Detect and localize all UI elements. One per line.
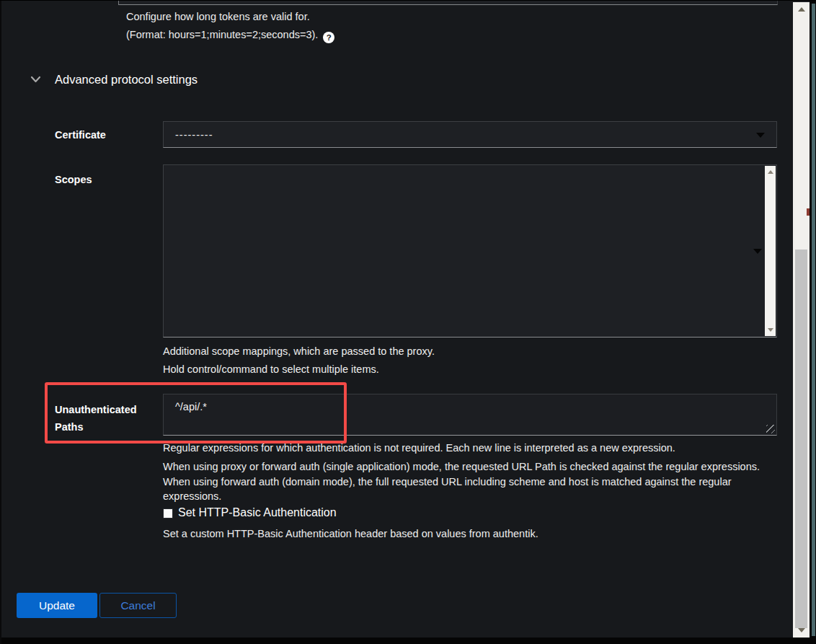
- chevron-down-icon[interactable]: [30, 75, 41, 84]
- select-caret-icon: [753, 249, 762, 254]
- window-left-edge: [0, 1, 1, 644]
- basic-auth-checkbox[interactable]: [163, 508, 173, 519]
- token-validity-help-line1: Configure how long tokens are valid for.: [126, 11, 310, 22]
- textarea-resize-grip-icon[interactable]: [766, 425, 775, 433]
- unauthenticated-paths-textarea[interactable]: ^/api/.*: [163, 394, 777, 436]
- certificate-label: Certificate: [55, 129, 106, 141]
- token-validity-input-partial[interactable]: [118, 1, 778, 5]
- scopes-multiselect[interactable]: [163, 164, 777, 338]
- basic-auth-help: Set a custom HTTP-Basic Authentication h…: [163, 528, 538, 539]
- scopes-scrollbar[interactable]: [765, 166, 776, 336]
- basic-auth-label[interactable]: Set HTTP-Basic Authentication: [178, 506, 337, 519]
- window-bottom-edge: [0, 638, 816, 644]
- page-scrollbar[interactable]: [793, 2, 810, 638]
- question-circle-icon[interactable]: ?: [323, 32, 334, 43]
- certificate-selected-value: ---------: [175, 129, 213, 141]
- scroll-down-icon[interactable]: [768, 328, 773, 332]
- proxy-provider-settings-page: Configure how long tokens are valid for.…: [0, 0, 816, 644]
- scroll-up-icon[interactable]: [798, 7, 805, 12]
- unauthenticated-paths-help-line1: Regular expressions for which authentica…: [163, 442, 675, 454]
- page-scrollbar-thumb[interactable]: [795, 250, 807, 628]
- token-validity-help-line2: (Format: hours=1;minutes=2;seconds=3).?: [126, 29, 334, 43]
- scopes-help-line2: Hold control/command to select multiple …: [163, 363, 379, 375]
- scopes-label: Scopes: [55, 174, 92, 185]
- scopes-help-line1: Additional scope mappings, which are pas…: [163, 345, 435, 357]
- certificate-select[interactable]: ---------: [163, 121, 777, 148]
- cancel-button[interactable]: Cancel: [99, 593, 177, 618]
- scroll-down-icon[interactable]: [798, 628, 805, 632]
- window-edge: [812, 4, 815, 636]
- scrollbar-marker: [807, 208, 810, 216]
- unauthenticated-paths-help-line2: When using proxy or forward auth (single…: [163, 459, 777, 504]
- select-caret-icon: [756, 133, 765, 138]
- update-button[interactable]: Update: [17, 593, 97, 618]
- section-title-advanced-protocol-settings[interactable]: Advanced protocol settings: [55, 73, 198, 87]
- unauthenticated-paths-label: Unauthenticated Paths: [55, 401, 150, 436]
- scroll-up-icon[interactable]: [768, 170, 773, 174]
